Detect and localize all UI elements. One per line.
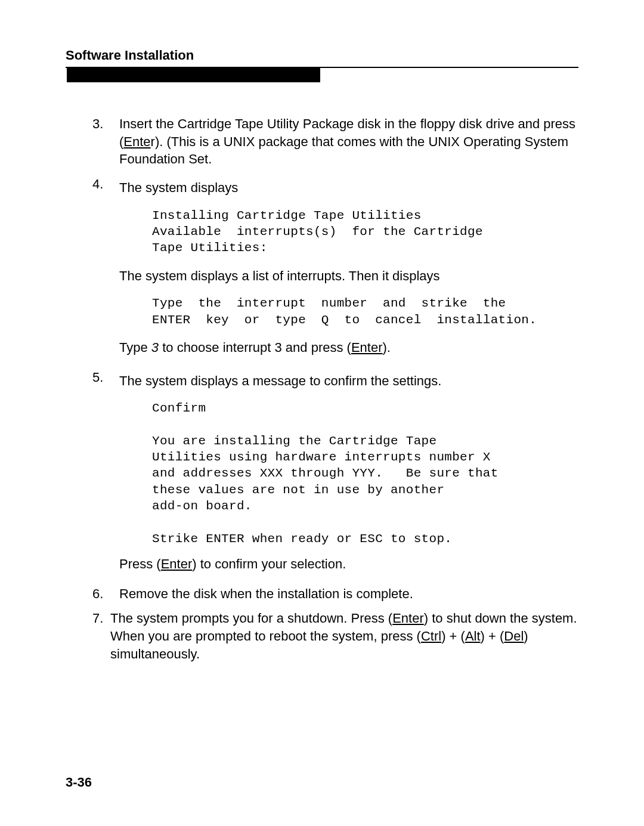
enter-key: Enter <box>161 556 193 571</box>
code-block: Confirm You are installing the Cartridge… <box>152 400 578 547</box>
step-number: 4. <box>92 175 119 361</box>
step-number: 6. <box>92 585 119 603</box>
step-number: 5. <box>92 369 119 578</box>
text: Press (Enter) to confirm your selection. <box>119 555 578 573</box>
content-area: 3. Insert the Cartridge Tape Utility Pac… <box>66 115 578 663</box>
text: Type 3 to choose interrupt 3 and press (… <box>119 339 578 357</box>
ctrl-key: Ctrl <box>421 629 441 644</box>
enter-key: Enter <box>392 611 424 626</box>
text: The system displays <box>119 179 578 197</box>
enter-key: Enter <box>351 340 383 355</box>
step-body: The system displays Installing Cartridge… <box>119 175 578 361</box>
step-7: 7. The system prompts you for a shutdown… <box>92 610 578 663</box>
text: ). <box>383 340 391 355</box>
step-body: Insert the Cartridge Tape Utility Packag… <box>119 115 578 168</box>
text: r). <box>151 134 163 149</box>
text: ) to confirm your selection. <box>192 556 346 571</box>
step-number: 3. <box>92 115 119 168</box>
text: Remove the disk when the installation is… <box>119 586 413 601</box>
page-header: Software Installation <box>66 48 578 82</box>
code-block: Installing Cartridge Tape Utilities Avai… <box>152 208 578 256</box>
step-3: 3. Insert the Cartridge Tape Utility Pac… <box>92 115 578 168</box>
text: Insert the Cartridge Tape Utility Packag… <box>119 116 575 131</box>
section-title: Software Installation <box>66 48 578 63</box>
step-5: 5. The system displays a message to conf… <box>92 369 578 578</box>
page-number: 3-36 <box>66 775 92 790</box>
text: The system displays a message to confirm… <box>119 372 578 390</box>
text: to choose interrupt 3 and press ( <box>159 340 351 355</box>
enter-key: Ente <box>123 134 150 149</box>
step-body: Remove the disk when the installation is… <box>119 585 578 603</box>
code-block: Type the interrupt number and strike the… <box>152 295 578 328</box>
text: Press ( <box>119 556 161 571</box>
step-4: 4. The system displays Installing Cartri… <box>92 175 578 361</box>
alt-key: Alt <box>465 629 481 644</box>
text: The system displays a list of interrupts… <box>119 267 578 285</box>
black-bar <box>67 68 320 82</box>
text: Type <box>119 340 151 355</box>
text: ) + ( <box>481 629 504 644</box>
text: (This is a UNIX package that comes with … <box>119 134 568 167</box>
italic-text: 3 <box>151 340 159 355</box>
text: ) + ( <box>441 629 465 644</box>
step-body: The system prompts you for a shutdown. P… <box>110 610 578 663</box>
step-number: 7. <box>92 610 110 663</box>
del-key: Del <box>504 629 524 644</box>
step-body: The system displays a message to confirm… <box>119 369 578 578</box>
text: The system prompts you for a shutdown. P… <box>110 611 392 626</box>
step-6: 6. Remove the disk when the installation… <box>92 585 578 603</box>
